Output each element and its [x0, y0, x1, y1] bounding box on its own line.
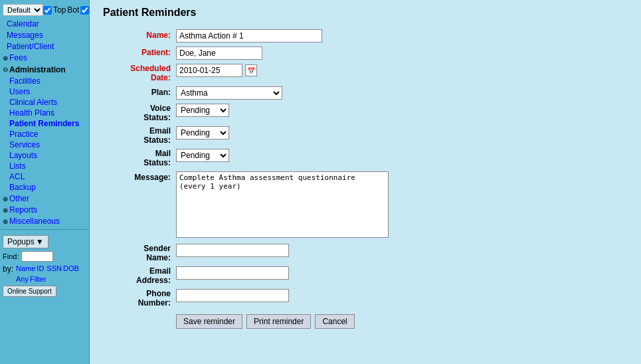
- message-textarea[interactable]: Complete Asthma assessment questionnaire…: [176, 171, 389, 238]
- by-filter-link[interactable]: Filter: [30, 275, 46, 283]
- phone-number-input[interactable]: [176, 289, 289, 302]
- email-status-row: Email Status: Pending Sent Failed: [103, 126, 628, 145]
- email-address-input[interactable]: [176, 266, 289, 280]
- email-status-label: Email Status:: [103, 126, 176, 145]
- sidebar-item-miscellaneous[interactable]: Miscellaneous: [9, 216, 60, 227]
- scheduled-date-row: Scheduled Date: 📅: [103, 64, 628, 82]
- print-reminder-button[interactable]: Print reminder: [246, 314, 311, 329]
- main-content: Patient Reminders Name: Patient: Schedul…: [90, 0, 641, 364]
- scheduled-date-field: 📅: [176, 64, 257, 77]
- voice-status-label: Voice Status:: [103, 104, 176, 122]
- phone-number-row: Phone Number:: [103, 289, 628, 308]
- misc-expand-icon: ⊕: [3, 218, 8, 225]
- online-support-button[interactable]: Online Support: [3, 286, 56, 297]
- fees-expand-icon: ⊕: [3, 54, 8, 62]
- sidebar-item-administration[interactable]: Administration: [9, 64, 66, 75]
- sidebar-item-facilities[interactable]: Facilities: [9, 76, 86, 86]
- mail-status-select[interactable]: Pending Sent Failed: [176, 149, 229, 162]
- email-status-field: Pending Sent Failed: [176, 126, 229, 139]
- page-title: Patient Reminders: [103, 7, 628, 19]
- sidebar-item-patient-reminders[interactable]: Patient Reminders: [9, 118, 86, 129]
- find-input[interactable]: [21, 251, 53, 262]
- sidebar-item-calendar[interactable]: Calendar: [3, 19, 86, 29]
- sidebar-item-patient-client[interactable]: Patient/Client: [3, 41, 86, 52]
- calendar-icon[interactable]: 📅: [245, 64, 257, 76]
- message-field: Complete Asthma assessment questionnaire…: [176, 171, 389, 240]
- sidebar-item-other[interactable]: Other: [9, 193, 29, 204]
- reports-expand-icon: ⊕: [3, 207, 8, 214]
- find-row: Find:: [3, 251, 86, 262]
- date-input[interactable]: [176, 64, 242, 77]
- plan-field: Asthma Other: [176, 86, 282, 100]
- sidebar-item-health-plans[interactable]: Health Plans: [9, 108, 86, 118]
- action-buttons: Save reminder Print reminder Cancel: [176, 314, 355, 329]
- by-links: Name ID SSN DOB Any Filter: [16, 264, 86, 283]
- message-label: Message:: [103, 171, 176, 182]
- other-expand-icon: ⊕: [3, 195, 8, 203]
- popups-row: Popups ▼: [3, 235, 86, 248]
- popups-button[interactable]: Popups ▼: [3, 235, 48, 248]
- name-row: Name:: [103, 29, 628, 43]
- name-input[interactable]: [176, 29, 322, 43]
- sidebar-navigation: Calendar Messages Patient/Client ⊕ Fees …: [0, 19, 89, 227]
- by-name-link[interactable]: Name: [16, 264, 35, 274]
- sidebar-item-lists[interactable]: Lists: [9, 161, 86, 171]
- sidebar-item-reports[interactable]: Reports: [9, 205, 37, 215]
- top-checkbox[interactable]: [43, 6, 52, 15]
- voice-status-row: Voice Status: Pending Sent Failed: [103, 104, 628, 122]
- phone-number-label: Phone Number:: [103, 289, 176, 308]
- bot-label: Bot: [67, 5, 79, 15]
- email-address-label: Email Address:: [103, 266, 176, 285]
- admin-sub-items: Facilities Users Clinical Alerts Health …: [3, 76, 86, 193]
- patient-label: Patient:: [103, 46, 176, 57]
- plan-select[interactable]: Asthma Other: [176, 86, 282, 100]
- save-reminder-button[interactable]: Save reminder: [176, 314, 242, 329]
- bot-checkbox[interactable]: [80, 6, 89, 15]
- mail-status-field: Pending Sent Failed: [176, 149, 229, 162]
- voice-status-select[interactable]: Pending Sent Failed: [176, 104, 229, 117]
- by-id-link[interactable]: ID: [37, 264, 44, 274]
- sidebar-bottom: Popups ▼ Find: by: Name ID SSN DOB Any F…: [0, 232, 89, 300]
- by-any-link[interactable]: Any: [16, 275, 29, 283]
- sidebar-item-clinical-alerts[interactable]: Clinical Alerts: [9, 97, 86, 108]
- sidebar-item-fees[interactable]: Fees: [9, 52, 27, 63]
- popups-arrow-icon: ▼: [36, 237, 44, 246]
- sidebar-item-services[interactable]: Services: [9, 139, 86, 150]
- buttons-row: Save reminder Print reminder Cancel: [103, 312, 628, 329]
- plan-label: Plan:: [103, 86, 176, 97]
- by-dob-link[interactable]: DOB: [63, 264, 79, 274]
- plan-row: Plan: Asthma Other: [103, 86, 628, 100]
- message-row: Message: Complete Asthma assessment ques…: [103, 171, 628, 240]
- sender-name-row: Sender Name:: [103, 244, 628, 262]
- patient-row: Patient:: [103, 46, 628, 60]
- sidebar-item-layouts[interactable]: Layouts: [9, 150, 86, 161]
- by-row: by: Name ID SSN DOB Any Filter: [3, 264, 86, 283]
- sender-name-label: Sender Name:: [103, 244, 176, 262]
- scheduled-date-label: Scheduled Date:: [103, 64, 176, 82]
- sidebar-item-practice[interactable]: Practice: [9, 129, 86, 139]
- mail-status-row: Mail Status: Pending Sent Failed: [103, 149, 628, 167]
- patient-input[interactable]: [176, 46, 262, 60]
- name-field: [176, 29, 322, 43]
- mail-status-label: Mail Status:: [103, 149, 176, 167]
- sidebar-item-users[interactable]: Users: [9, 86, 86, 97]
- default-select[interactable]: Default: [3, 4, 43, 16]
- by-ssn-link[interactable]: SSN: [46, 264, 62, 274]
- find-label: Find:: [3, 252, 19, 260]
- sender-name-input[interactable]: [176, 244, 289, 257]
- admin-expand-icon: ⊖: [3, 66, 8, 73]
- sidebar-top-bar: Default Top Bot: [0, 3, 89, 17]
- sidebar-item-messages[interactable]: Messages: [3, 30, 86, 41]
- cancel-button[interactable]: Cancel: [315, 314, 354, 329]
- patient-field: [176, 46, 262, 60]
- email-status-select[interactable]: Pending Sent Failed: [176, 126, 229, 139]
- email-address-row: Email Address:: [103, 266, 628, 285]
- sidebar-item-acl[interactable]: ACL: [9, 171, 86, 182]
- sidebar: Default Top Bot Calendar Messages Patien…: [0, 0, 90, 364]
- email-address-field: [176, 266, 289, 280]
- top-label: Top: [53, 5, 66, 15]
- name-label: Name:: [103, 29, 176, 40]
- by-label: by:: [3, 264, 13, 274]
- sidebar-item-backup[interactable]: Backup: [9, 182, 86, 193]
- sender-name-field: [176, 244, 289, 257]
